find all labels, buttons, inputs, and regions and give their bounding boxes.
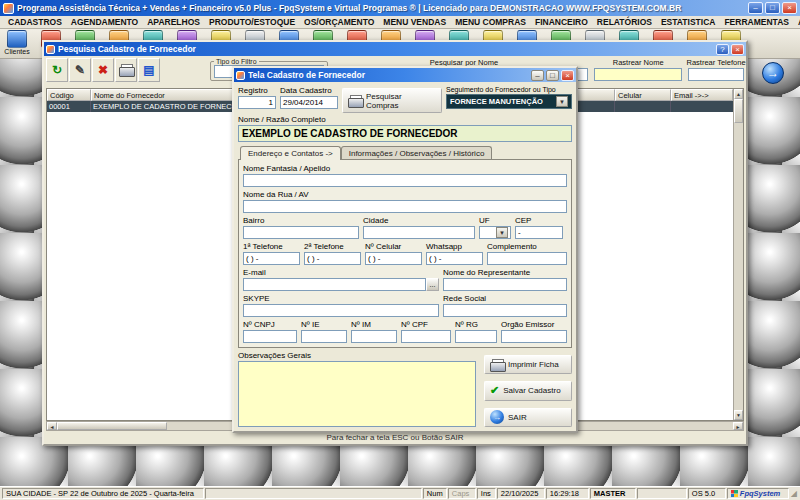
close-button[interactable]: × — [782, 2, 797, 14]
telefone2-input[interactable]: ( ) - — [304, 252, 361, 265]
menu-cadastros[interactable]: CADASTROS — [4, 17, 66, 27]
column-celular[interactable]: Celular — [615, 89, 671, 101]
menu-os-orcamento[interactable]: OS/ORÇAMENTO — [300, 17, 378, 27]
help-button[interactable]: ? — [716, 44, 729, 55]
rua-input[interactable] — [243, 200, 567, 213]
menu-agendamento[interactable]: AGENDAMENTO — [67, 17, 142, 27]
email-browse-button[interactable]: ... — [426, 278, 439, 291]
edit-button[interactable]: ✎ — [69, 58, 91, 82]
orgao-emissor-input[interactable] — [501, 330, 567, 343]
status-spacer — [205, 488, 422, 499]
observacoes-textarea[interactable] — [238, 361, 476, 427]
menu-ferramentas[interactable]: FERRAMENTAS — [720, 17, 793, 27]
pesquisar-compras-label: Pesquisar Compras — [366, 92, 436, 110]
cidade-input[interactable] — [363, 226, 475, 239]
fpqsystem-logo-icon — [731, 490, 738, 497]
minimize-button[interactable]: – — [748, 2, 763, 14]
search-window-icon — [46, 45, 55, 54]
form-maximize-button[interactable]: □ — [546, 70, 559, 81]
celular-input[interactable]: ( ) - — [365, 252, 422, 265]
print-icon — [348, 95, 362, 107]
form-minimize-button[interactable]: – — [531, 70, 544, 81]
sair-button[interactable]: → SAIR — [484, 408, 572, 427]
ie-label: Nº IE — [301, 320, 347, 329]
cell-codigo: 00001 — [47, 101, 91, 112]
telefone1-input[interactable]: ( ) - — [243, 252, 300, 265]
form-window-title: Tela Cadastro de Fornecedor — [248, 70, 528, 80]
skype-input[interactable] — [243, 304, 439, 317]
main-titlebar: Programa Assistência Técnica + Vendas + … — [0, 0, 800, 16]
print-icon — [119, 64, 133, 76]
maximize-button[interactable]: □ — [765, 2, 780, 14]
data-cadastro-label: Data Cadastro — [280, 86, 338, 95]
registro-input[interactable]: 1 — [238, 96, 276, 109]
seguimento-label: Seguimento do Fornecedor ou Tipo — [446, 86, 572, 93]
scroll-right-icon[interactable]: ► — [733, 422, 743, 430]
horizontal-scroll-thumb[interactable] — [57, 422, 167, 430]
vertical-scrollbar[interactable]: ▲ ▼ — [733, 89, 743, 420]
exit-arrow-icon: → — [490, 410, 504, 424]
ie-input[interactable] — [301, 330, 347, 343]
nome-input[interactable]: EXEMPLO DE CADASTRO DE FORNECEDOR — [238, 125, 572, 142]
whatsapp-input[interactable]: ( ) - — [426, 252, 483, 265]
chevron-down-icon[interactable]: ▼ — [556, 96, 568, 107]
column-codigo[interactable]: Código — [47, 89, 91, 101]
uf-select[interactable]: ▼ — [479, 226, 511, 239]
complemento-label: Complemento — [487, 242, 567, 251]
menu-estatistica[interactable]: ESTATISTICA — [657, 17, 719, 27]
vertical-scroll-thumb[interactable] — [734, 99, 743, 123]
scroll-down-icon[interactable]: ▼ — [734, 410, 743, 420]
search-window-titlebar: Pesquisa Cadastro de Fornecedor ? × — [44, 42, 746, 56]
telefone1-label: 1ª Telefone — [243, 242, 300, 251]
representante-input[interactable] — [443, 278, 567, 291]
toolbar-item-clientes[interactable]: Clientes — [2, 30, 32, 55]
tab-informacoes-observacoes[interactable]: Informações / Observações / Histórico — [341, 146, 493, 160]
bairro-input[interactable] — [243, 226, 359, 239]
menu-compras[interactable]: MENU COMPRAS — [451, 17, 530, 27]
complemento-input[interactable] — [487, 252, 567, 265]
menu-financeiro[interactable]: FINANCEIRO — [531, 17, 592, 27]
go-arrow-button[interactable]: → — [762, 62, 784, 84]
menu-relatorios[interactable]: RELATÓRIOS — [593, 17, 656, 27]
search-close-button[interactable]: × — [731, 44, 744, 55]
cep-input[interactable]: - — [515, 226, 563, 239]
seguimento-select[interactable]: FORNECE MANUTENÇÃO ▼ — [446, 94, 572, 109]
track-name-input[interactable] — [594, 68, 682, 81]
im-input[interactable] — [351, 330, 397, 343]
chevron-down-icon[interactable]: ▼ — [496, 227, 508, 238]
form-close-button[interactable]: × — [561, 70, 574, 81]
refresh-button[interactable]: ↻ — [46, 58, 68, 82]
cnpj-input[interactable] — [243, 330, 297, 343]
rede-social-input[interactable] — [443, 304, 567, 317]
celular-label: Nº Celular — [365, 242, 422, 251]
uf-label: UF — [479, 216, 511, 225]
pesquisar-compras-button[interactable]: Pesquisar Compras — [342, 88, 442, 113]
cell-celular — [615, 101, 671, 112]
track-phone-label: Rastrear Telefone — [686, 58, 745, 67]
salvar-cadastro-button[interactable]: ✔ Salvar Cadastro — [484, 381, 572, 400]
resize-grip-icon[interactable]: ◢ — [790, 488, 798, 499]
print-button[interactable] — [115, 58, 137, 82]
menu-vendas[interactable]: MENU VENDAS — [379, 17, 450, 27]
check-icon: ✔ — [490, 384, 499, 397]
mdi-area: Clientes → — [0, 29, 800, 486]
column-email[interactable]: Email ->-> — [671, 89, 733, 101]
track-phone-input[interactable] — [688, 68, 744, 81]
rg-input[interactable] — [455, 330, 497, 343]
menu-produto-estoque[interactable]: PRODUTO/ESTOQUE — [205, 17, 299, 27]
filter-type-label: Tipo do Filtro — [214, 58, 259, 65]
email-input[interactable] — [243, 278, 426, 291]
menu-aparelhos[interactable]: APARELHOS — [143, 17, 204, 27]
list-button[interactable]: ▤ — [138, 58, 160, 82]
scroll-left-icon[interactable]: ◄ — [47, 422, 57, 430]
scroll-up-icon[interactable]: ▲ — [734, 89, 743, 99]
cpf-label: Nº CPF — [401, 320, 451, 329]
imprimir-ficha-button[interactable]: Imprimir Ficha — [484, 355, 572, 374]
menu-ajuda[interactable]: AJUDA — [794, 17, 800, 27]
delete-button[interactable]: ✖ — [92, 58, 114, 82]
nome-fantasia-input[interactable] — [243, 174, 567, 187]
data-cadastro-input[interactable]: 29/04/2014 — [280, 96, 338, 109]
whatsapp-label: Whatsapp — [426, 242, 483, 251]
cpf-input[interactable] — [401, 330, 451, 343]
tab-endereco-contatos[interactable]: Endereço e Contatos -> — [240, 146, 341, 160]
